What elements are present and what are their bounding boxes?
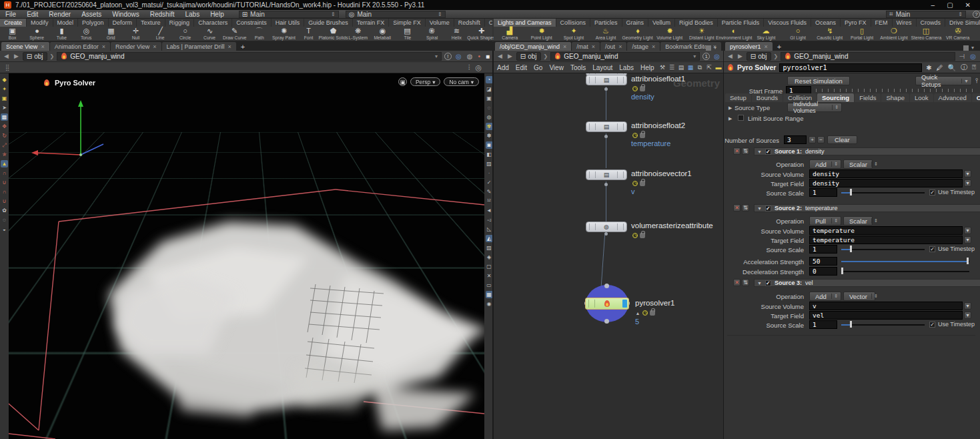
node-output-dot[interactable] xyxy=(604,232,608,236)
node-name-input[interactable] xyxy=(779,63,922,72)
help-icon[interactable]: ⍰ xyxy=(971,63,977,71)
source-1-volume-input[interactable] xyxy=(809,169,963,178)
use-timestep-checkbox[interactable]: ✓ xyxy=(929,189,935,195)
close-icon[interactable]: × xyxy=(102,43,105,50)
source-2-operation-dropdown[interactable]: Pull⇕ xyxy=(809,216,841,226)
handles-icon[interactable]: ✕ xyxy=(486,272,493,280)
source-2-use-timestep[interactable]: ✓Use Timestep xyxy=(929,246,975,252)
snap-edge-icon[interactable]: ∩ xyxy=(1,188,8,195)
source-1-enable-checkbox[interactable]: ✓ xyxy=(765,149,771,155)
pane-tab-out[interactable]: /out× xyxy=(600,42,626,51)
path-root-chip[interactable]: ⊟obj xyxy=(23,52,47,61)
shelf-tab[interactable]: Rigid Bodies xyxy=(675,19,718,27)
brush-icon[interactable]: 🖉 xyxy=(936,64,944,71)
limit-source-range-checkbox[interactable] xyxy=(738,115,744,121)
sync-icon[interactable]: ◎ xyxy=(712,53,721,60)
presets-ladder-icon[interactable]: ⫯ xyxy=(975,77,979,85)
minimize-button[interactable]: – xyxy=(931,1,935,9)
expand-arrow-icon[interactable]: ▶ xyxy=(728,105,732,111)
view-options-icon[interactable]: ◔ xyxy=(486,76,493,83)
help-icon[interactable]: ? xyxy=(973,11,980,18)
source-3-target-input[interactable] xyxy=(809,311,963,320)
network-menu-item[interactable]: Labs xyxy=(616,64,637,71)
close-icon[interactable]: × xyxy=(765,43,768,50)
show-points-icon[interactable]: ✓ xyxy=(486,179,493,186)
pane-tab-scene-view[interactable]: Scene View× xyxy=(1,42,49,51)
shelf-tool[interactable]: ● Sphere xyxy=(25,27,49,41)
lock-camera-icon[interactable]: ▣ xyxy=(486,95,493,102)
shelf-tab[interactable]: Hair Utils xyxy=(272,19,305,27)
shelf-tab[interactable]: Create xyxy=(0,19,27,27)
lighting-icon[interactable]: ✾ xyxy=(486,123,493,130)
menu-item[interactable]: File xyxy=(0,11,21,18)
pane-menu-control[interactable]: ▾ xyxy=(963,45,974,51)
expand-arrow-icon[interactable]: ▶ xyxy=(728,116,732,121)
forward-arrow-icon[interactable]: ▶ xyxy=(13,53,20,59)
shelf-tool[interactable]: ✸ Volume Light xyxy=(654,27,686,41)
shelf-tab[interactable]: Model xyxy=(53,19,79,27)
pin-icon[interactable]: ⊣ xyxy=(958,53,967,60)
shelf-tab[interactable]: Crowds xyxy=(917,19,946,27)
snap-grid-icon[interactable]: ∩ xyxy=(1,169,8,177)
tab-setup[interactable]: Setup xyxy=(725,93,751,102)
source-1-operation-dropdown[interactable]: Add⇕ xyxy=(809,159,841,169)
align-nodes-icon[interactable]: ☰ xyxy=(668,64,676,71)
group-display-icon[interactable]: ◭ xyxy=(486,235,493,242)
search-icon[interactable]: 🔍 xyxy=(947,64,957,71)
shelf-tool[interactable]: ∿ Curve xyxy=(197,27,222,41)
shelf-tool[interactable]: ◐ Environment Light xyxy=(718,27,750,41)
shelf-tab[interactable]: Wires xyxy=(893,19,917,27)
shelf-tab[interactable]: Oceans xyxy=(811,19,841,27)
vectors-icon[interactable]: ◅ xyxy=(486,216,493,224)
shelf-tool[interactable]: ✛ Null xyxy=(123,27,148,41)
shelf-tab[interactable]: Modify xyxy=(27,19,53,27)
number-of-sources-input[interactable] xyxy=(784,135,807,144)
shelf-tool[interactable]: ☀ Distant Light xyxy=(686,27,718,41)
layout-boxes-icon[interactable]: ⧉ xyxy=(696,64,704,71)
path-node-field[interactable]: GEO_manju_wind▾ xyxy=(550,52,700,61)
source-1-mode-dropdown[interactable]: Scalar⇕ xyxy=(843,159,873,169)
back-arrow-icon[interactable]: ◀ xyxy=(3,53,10,59)
field-menu-icon[interactable]: ▾ xyxy=(964,312,971,319)
shelf-tab[interactable]: Simple FX xyxy=(389,19,426,27)
shelf-tool[interactable]: ↯ Caustic Light xyxy=(814,27,846,41)
globe-icon[interactable]: ◍ xyxy=(466,53,474,60)
path-node-field[interactable]: GEO_manju_wind xyxy=(781,52,955,61)
shelf-tool[interactable]: T Font xyxy=(296,27,321,41)
node-input-dot[interactable] xyxy=(604,135,608,138)
vis-collision-icon[interactable]: ▢ xyxy=(486,263,493,270)
tab-shape[interactable]: Shape xyxy=(881,93,909,102)
pane-tab-stage[interactable]: /stage× xyxy=(627,42,660,51)
network-menu-item[interactable]: Tools xyxy=(567,64,589,71)
shelf-tab[interactable]: Collisions xyxy=(556,19,591,27)
shelf-tab[interactable]: Terrain FX xyxy=(353,19,390,27)
shelf-tab[interactable]: Characters xyxy=(194,19,232,27)
stow-icon[interactable]: ⫶ xyxy=(468,63,470,72)
node-wire[interactable] xyxy=(606,181,606,222)
shelf-tab[interactable]: Particles xyxy=(590,19,622,27)
persp-view-selector[interactable]: Persp▾ xyxy=(410,77,441,86)
shelf-tool[interactable]: ◎ Torus xyxy=(74,27,99,41)
shelf-tool[interactable]: ▟ Camera xyxy=(494,27,526,41)
display-options-icon[interactable]: ◎ xyxy=(475,63,482,72)
shelf-tool[interactable]: ✎ Draw Curve xyxy=(222,27,247,41)
texture-icon[interactable]: ▨ xyxy=(486,160,493,167)
menu-item[interactable]: Edit xyxy=(21,11,43,18)
source-2-accel-input[interactable] xyxy=(809,257,837,266)
pose-icon[interactable]: ✯ xyxy=(1,151,8,158)
shelf-tool[interactable]: ✦ Spot Light xyxy=(558,27,590,41)
menu-item[interactable]: Assets xyxy=(76,11,107,18)
select-arrow-icon[interactable]: ➤ xyxy=(1,104,8,111)
menu-item[interactable]: Windows xyxy=(107,11,145,18)
use-timestep-checkbox[interactable]: ✓ xyxy=(929,246,935,252)
shelf-tab[interactable]: Cloud FX xyxy=(485,19,492,27)
shelf-tool[interactable]: ≋ Helix xyxy=(444,27,469,41)
node-pyrosolver1[interactable] xyxy=(585,298,629,310)
shelf-tab[interactable]: Constraints xyxy=(232,19,272,27)
source-2-scale-slider[interactable] xyxy=(841,246,925,252)
recent-tool-1-icon[interactable]: ◆ xyxy=(1,76,8,83)
pane-tab-render-view[interactable]: Render View× xyxy=(111,42,161,51)
shelf-tool[interactable]: ֍ Spiral xyxy=(420,27,444,41)
node-input-dot[interactable] xyxy=(604,183,608,186)
vis-volume-icon[interactable]: ◈ xyxy=(486,254,493,261)
